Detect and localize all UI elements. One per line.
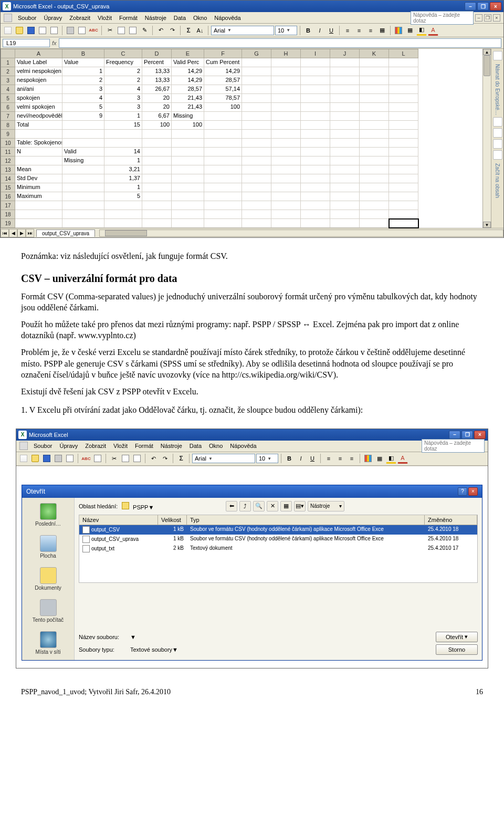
- cut-button[interactable]: ✂: [109, 453, 119, 464]
- cell[interactable]: 1: [104, 156, 142, 165]
- cell[interactable]: Total: [15, 121, 62, 130]
- fx-label[interactable]: fx: [52, 40, 57, 46]
- cell[interactable]: 2: [104, 67, 142, 76]
- cell[interactable]: 28,57: [204, 76, 242, 85]
- row-header[interactable]: 10: [1, 139, 15, 148]
- menu-úpravy[interactable]: Úpravy: [40, 14, 66, 22]
- cell[interactable]: [104, 219, 142, 228]
- cell[interactable]: 78,57: [204, 94, 242, 103]
- menu-formát[interactable]: Formát: [131, 442, 157, 450]
- menu-nápověda[interactable]: Nápověda: [211, 14, 244, 22]
- cell[interactable]: [330, 139, 360, 148]
- cell[interactable]: [301, 219, 330, 228]
- cell[interactable]: [330, 67, 360, 76]
- help-search-box[interactable]: Nápověda – zadejte dotaz: [411, 11, 474, 25]
- cell[interactable]: [271, 156, 301, 165]
- menu-nástroje[interactable]: Nástroje: [141, 14, 170, 22]
- search-web-button[interactable]: 🔍: [253, 501, 265, 511]
- cell[interactable]: [142, 148, 172, 156]
- fill-color-button[interactable]: ◧: [416, 25, 427, 36]
- cell[interactable]: Frequency: [104, 58, 142, 67]
- cell[interactable]: [204, 130, 242, 139]
- place-tentopota[interactable]: Tento počítač: [27, 597, 69, 625]
- cell[interactable]: [142, 174, 172, 183]
- align-center-button[interactable]: ≡: [354, 25, 364, 36]
- tab-nav-first[interactable]: ⏮: [1, 229, 9, 237]
- cell[interactable]: [172, 201, 204, 210]
- cell[interactable]: [172, 156, 204, 165]
- cell[interactable]: [62, 219, 104, 228]
- cell[interactable]: [204, 156, 242, 165]
- cell[interactable]: [242, 67, 271, 76]
- cell[interactable]: 14,29: [172, 67, 204, 76]
- font-name-combo[interactable]: Arial▼: [192, 454, 255, 463]
- open-button[interactable]: [14, 25, 25, 36]
- cell[interactable]: [301, 112, 330, 121]
- cell[interactable]: [242, 121, 271, 130]
- cell[interactable]: [271, 130, 301, 139]
- cell[interactable]: [330, 174, 360, 183]
- column-header[interactable]: C: [104, 49, 142, 58]
- cell[interactable]: Minimum: [15, 183, 62, 192]
- cell[interactable]: [389, 130, 418, 139]
- place-dokumenty[interactable]: Dokumenty: [27, 565, 69, 593]
- spelling-button[interactable]: ABC: [81, 453, 91, 464]
- cell[interactable]: [62, 165, 104, 174]
- cell[interactable]: [330, 192, 360, 201]
- cell[interactable]: [360, 219, 389, 228]
- cell[interactable]: [242, 76, 271, 85]
- cell[interactable]: [360, 76, 389, 85]
- column-header[interactable]: J: [330, 49, 360, 58]
- cell[interactable]: [301, 139, 330, 148]
- cell[interactable]: [62, 130, 104, 139]
- cell[interactable]: ani/ani: [15, 85, 62, 94]
- cell[interactable]: [271, 174, 301, 183]
- print-button[interactable]: [53, 453, 64, 464]
- cell[interactable]: [142, 165, 172, 174]
- menu-formát[interactable]: Formát: [116, 14, 141, 22]
- cell[interactable]: [360, 183, 389, 192]
- cell[interactable]: [301, 210, 330, 219]
- cell[interactable]: [389, 219, 418, 228]
- cell[interactable]: [172, 174, 204, 183]
- cell[interactable]: [242, 183, 271, 192]
- cell[interactable]: [242, 148, 271, 156]
- row-header[interactable]: 1: [1, 58, 15, 67]
- row-header[interactable]: 9: [1, 130, 15, 139]
- scroll-up-arrow[interactable]: ▲: [483, 49, 491, 55]
- cell[interactable]: [360, 130, 389, 139]
- cell[interactable]: [204, 148, 242, 156]
- cell[interactable]: [301, 58, 330, 67]
- cell[interactable]: [62, 201, 104, 210]
- font-color-button[interactable]: A: [428, 25, 438, 36]
- cell[interactable]: [389, 192, 418, 201]
- hscroll-thumb[interactable]: [105, 230, 147, 236]
- column-header[interactable]: G: [242, 49, 271, 58]
- cell[interactable]: [301, 165, 330, 174]
- mail-button[interactable]: [49, 25, 59, 36]
- format-painter-button[interactable]: ✎: [139, 25, 150, 36]
- cell[interactable]: 2: [62, 76, 104, 85]
- cell[interactable]: [271, 183, 301, 192]
- align-right-button[interactable]: ≡: [346, 453, 357, 464]
- cell[interactable]: 5: [62, 103, 104, 112]
- filename-combo[interactable]: ▼: [130, 634, 432, 640]
- cell[interactable]: [301, 121, 330, 130]
- redo-button[interactable]: ↷: [167, 25, 177, 36]
- cell[interactable]: [330, 121, 360, 130]
- cell[interactable]: [330, 201, 360, 210]
- cell[interactable]: 100: [172, 121, 204, 130]
- preview-button[interactable]: [77, 25, 87, 36]
- cell[interactable]: 14,29: [204, 67, 242, 76]
- cell[interactable]: 3: [62, 85, 104, 94]
- italic-button[interactable]: I: [314, 25, 325, 36]
- cell[interactable]: [301, 94, 330, 103]
- cell[interactable]: [242, 165, 271, 174]
- cell[interactable]: [62, 174, 104, 183]
- row-header[interactable]: 7: [1, 112, 15, 121]
- underline-button[interactable]: U: [326, 25, 337, 36]
- permissions-button[interactable]: [37, 25, 48, 36]
- cell[interactable]: Mean: [15, 165, 62, 174]
- cell[interactable]: [142, 210, 172, 219]
- cell[interactable]: [389, 156, 418, 165]
